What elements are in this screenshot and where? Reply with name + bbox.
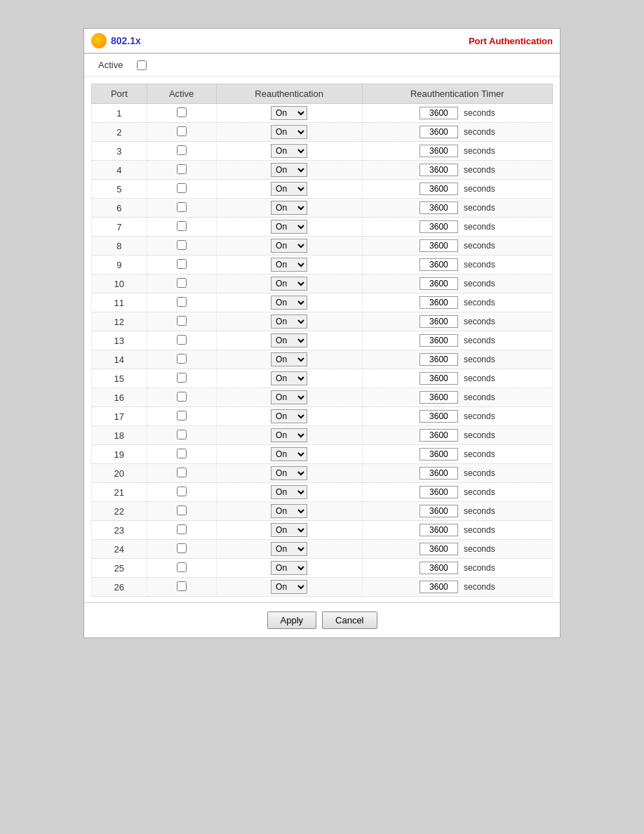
row-active-checkbox[interactable] (177, 468, 187, 477)
timer-cell: seconds (362, 161, 552, 180)
row-active-checkbox[interactable] (177, 505, 187, 515)
timer-input[interactable] (420, 505, 458, 517)
timer-input[interactable] (420, 145, 458, 157)
reauth-select[interactable]: OnOff (271, 125, 307, 139)
row-active-checkbox[interactable] (177, 562, 187, 572)
row-active-checkbox[interactable] (177, 543, 187, 553)
reauth-select[interactable]: OnOff (271, 561, 307, 575)
row-active-checkbox[interactable] (177, 411, 187, 421)
timer-cell: seconds (362, 331, 552, 350)
reauth-select[interactable]: OnOff (271, 239, 307, 253)
row-active-checkbox[interactable] (177, 164, 187, 174)
row-active-checkbox[interactable] (177, 316, 187, 326)
timer-cell: seconds (362, 483, 552, 502)
reauth-select[interactable]: OnOff (271, 315, 307, 329)
timer-input[interactable] (420, 524, 458, 536)
row-active-checkbox[interactable] (177, 373, 187, 383)
row-active-checkbox[interactable] (177, 183, 187, 193)
reauth-select[interactable]: OnOff (271, 523, 307, 537)
seconds-label: seconds (464, 392, 495, 402)
port-number: 14 (92, 350, 147, 369)
timer-input[interactable] (420, 334, 458, 347)
timer-input[interactable] (420, 391, 458, 404)
row-active-checkbox[interactable] (177, 392, 187, 402)
row-active-checkbox[interactable] (177, 486, 187, 496)
reauth-select[interactable]: OnOff (271, 258, 307, 272)
row-active-checkbox[interactable] (177, 297, 187, 307)
row-active-checkbox[interactable] (177, 240, 187, 250)
timer-input[interactable] (420, 201, 458, 214)
row-active-checkbox[interactable] (177, 449, 187, 458)
reauth-select[interactable]: OnOff (271, 466, 307, 480)
reauth-select[interactable]: OnOff (271, 371, 307, 385)
active-cell (147, 445, 216, 464)
row-active-checkbox[interactable] (177, 524, 187, 534)
active-cell (147, 312, 216, 331)
timer-input[interactable] (420, 315, 458, 328)
reauth-select[interactable]: OnOff (271, 428, 307, 442)
reauth-select[interactable]: OnOff (271, 485, 307, 499)
row-active-checkbox[interactable] (177, 221, 187, 231)
row-active-checkbox[interactable] (177, 278, 187, 288)
timer-input[interactable] (420, 126, 458, 138)
row-active-checkbox[interactable] (177, 145, 187, 155)
apply-button[interactable]: Apply (267, 611, 317, 629)
seconds-label: seconds (464, 222, 495, 232)
reauth-select[interactable]: OnOff (271, 447, 307, 461)
row-active-checkbox[interactable] (177, 107, 187, 117)
reauth-select[interactable]: OnOff (271, 352, 307, 366)
timer-input[interactable] (420, 353, 458, 366)
header-bar: 802.1x Port Authentication (84, 29, 560, 54)
reauth-cell: OnOff (216, 464, 362, 483)
timer-input[interactable] (420, 372, 458, 385)
row-active-checkbox[interactable] (177, 335, 187, 345)
active-checkbox[interactable] (137, 60, 147, 70)
timer-input[interactable] (420, 239, 458, 252)
reauth-select[interactable]: OnOff (271, 201, 307, 215)
reauth-select[interactable]: OnOff (271, 542, 307, 556)
reauth-select[interactable]: OnOff (271, 144, 307, 158)
timer-input[interactable] (420, 164, 458, 176)
reauth-select[interactable]: OnOff (271, 580, 307, 594)
table-row: 2OnOffseconds (92, 123, 553, 142)
timer-input[interactable] (420, 183, 458, 195)
timer-input[interactable] (420, 486, 458, 498)
timer-input[interactable] (420, 429, 458, 442)
reauth-select[interactable]: OnOff (271, 106, 307, 120)
reauth-cell: OnOff (216, 578, 362, 597)
timer-input[interactable] (420, 581, 458, 593)
row-active-checkbox[interactable] (177, 126, 187, 136)
timer-input[interactable] (420, 448, 458, 461)
row-active-checkbox[interactable] (177, 259, 187, 269)
timer-input[interactable] (420, 543, 458, 555)
reauth-select[interactable]: OnOff (271, 333, 307, 348)
timer-input[interactable] (420, 220, 458, 233)
reauth-select[interactable]: OnOff (271, 220, 307, 234)
row-active-checkbox[interactable] (177, 430, 187, 439)
timer-input[interactable] (420, 562, 458, 574)
reauth-select[interactable]: OnOff (271, 277, 307, 291)
timer-input[interactable] (420, 277, 458, 290)
active-cell (147, 161, 216, 180)
timer-input[interactable] (420, 107, 458, 119)
reauth-cell: OnOff (216, 312, 362, 331)
reauth-select[interactable]: OnOff (271, 409, 307, 423)
port-number: 21 (92, 483, 147, 502)
timer-input[interactable] (420, 467, 458, 479)
reauth-select[interactable]: OnOff (271, 390, 307, 404)
row-active-checkbox[interactable] (177, 354, 187, 364)
timer-input[interactable] (420, 410, 458, 423)
table-row: 19OnOffseconds (92, 445, 553, 464)
timer-input[interactable] (420, 296, 458, 309)
reauth-select[interactable]: OnOff (271, 182, 307, 196)
row-active-checkbox[interactable] (177, 202, 187, 212)
reauth-select[interactable]: OnOff (271, 296, 307, 310)
timer-cell: seconds (362, 237, 552, 256)
reauth-select[interactable]: OnOff (271, 163, 307, 177)
timer-input[interactable] (420, 258, 458, 271)
row-active-checkbox[interactable] (177, 581, 187, 591)
seconds-label: seconds (464, 430, 495, 440)
reauth-select[interactable]: OnOff (271, 504, 307, 518)
cancel-button[interactable]: Cancel (322, 611, 377, 629)
active-cell (147, 350, 216, 369)
